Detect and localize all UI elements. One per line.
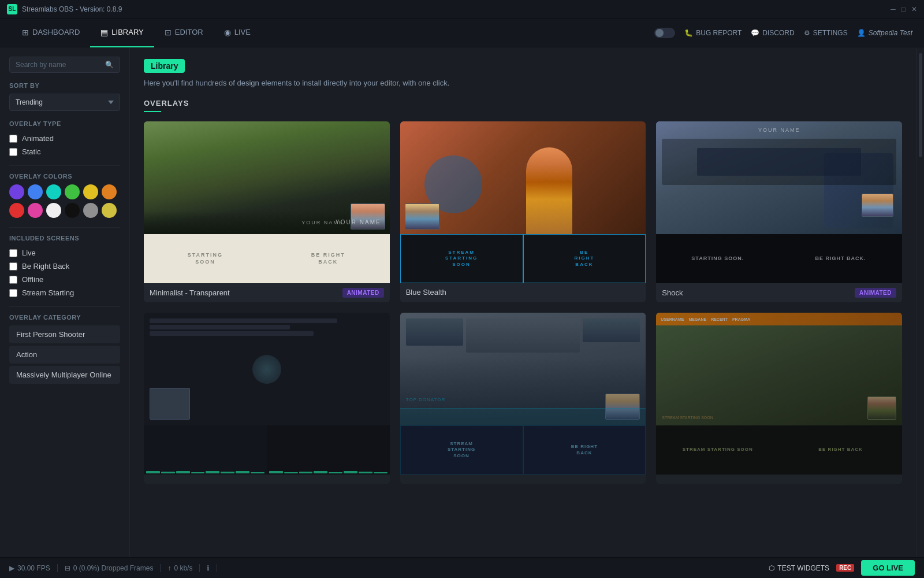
username-label: Softpedia Test (869, 29, 912, 37)
overlay-card-6[interactable]: USERNAME MEGANE RECENT PRAGMA STREAM STA… (656, 313, 902, 484)
minimal-ui (150, 318, 384, 338)
search-box[interactable]: 🔍 (9, 57, 120, 73)
card-bottom-ss-stealth: STREAMSTARTINGSOON (400, 234, 523, 283)
card-main-image-5: TOP DONATOR (400, 313, 646, 425)
webcam-6 (867, 397, 896, 420)
card-name-stealth: Blue Stealth (406, 288, 446, 297)
card-bottom-images-shock: STARTING SOON. BE RIGHT BACK. (656, 234, 902, 283)
stream-starting-checkbox[interactable] (9, 289, 17, 297)
overlay-type-static[interactable]: Static (9, 145, 120, 158)
color-swatch-red[interactable] (9, 203, 24, 218)
offline-label: Offline (22, 275, 43, 284)
category-action[interactable]: Action (9, 346, 120, 364)
animated-checkbox[interactable] (9, 135, 17, 143)
overlay-type-label: OVERLAY TYPE (9, 120, 120, 127)
screens-group: Live Be Right Back Offline Stream Starti… (9, 246, 120, 299)
user-menu[interactable]: 👤 Softpedia Test (857, 29, 912, 37)
overlay-card-shock[interactable]: YOUR NAME STARTING SOON. BE RIGHT BACK. (656, 121, 902, 302)
settings-button[interactable]: ⚙ SETTINGS (804, 29, 848, 37)
fps-indicator: ▶ 30.00 FPS (9, 564, 58, 572)
hud-bottom-5 (400, 408, 646, 425)
screen-be-right-back[interactable]: Be Right Back (9, 260, 120, 273)
theme-toggle[interactable] (654, 28, 675, 38)
main-content: 🔍 SORT BY Trending Newest Popular OVERLA… (0, 47, 924, 557)
dropped-frames-indicator: ⊟ 0 (0.0%) Dropped Frames (58, 564, 161, 572)
sort-select[interactable]: Trending Newest Popular (9, 94, 120, 111)
static-label: Static (22, 147, 41, 156)
live-checkbox[interactable] (9, 249, 17, 257)
page-title: Library (144, 59, 185, 73)
offline-checkbox[interactable] (9, 276, 17, 284)
card-name-minimalist: Minimalist - Transparent (150, 288, 230, 297)
scroll-track[interactable] (916, 47, 924, 557)
sort-by-label: SORT BY (9, 82, 120, 89)
overlay-card-5[interactable]: TOP DONATOR STREAMSTARTINGSOON BE RIGHTB… (400, 313, 646, 484)
close-button[interactable]: ✕ (911, 5, 917, 13)
animated-label: Animated (22, 134, 54, 143)
card-bottom-starting-soon: STARTINGSOON (144, 234, 267, 283)
category-mmo[interactable]: Massively Multiplayer Online (9, 366, 120, 384)
nav-item-library[interactable]: ▤ LIBRARY (90, 18, 154, 47)
color-swatch-white[interactable] (46, 203, 61, 218)
color-swatch-pink[interactable] (28, 203, 43, 218)
brb-checkbox[interactable] (9, 262, 17, 271)
color-swatch-purple[interactable] (9, 184, 24, 199)
color-swatch-gold[interactable] (102, 203, 117, 218)
color-swatch-orange[interactable] (102, 184, 117, 199)
card-main-image-4 (144, 313, 390, 425)
webcam-stealth (405, 203, 439, 229)
pubg-hud-text1: USERNAME (661, 317, 684, 321)
overlay-type-animated[interactable]: Animated (9, 132, 120, 145)
stream-starting-soon-text: STREAM STARTING SOON (662, 416, 713, 420)
card-bottom-brb-shock: BE RIGHT BACK. (779, 234, 902, 283)
nav-live-label: LIVE (234, 28, 251, 36)
pubg-hud-text2: MEGANE (688, 317, 706, 321)
category-fps[interactable]: First Person Shooter (9, 325, 120, 343)
go-live-button[interactable]: GO LIVE (861, 560, 915, 576)
screen-stream-starting[interactable]: Stream Starting (9, 286, 120, 299)
included-screens-label: INCLUDED SCREENS (9, 235, 120, 242)
card-main-image-shock: YOUR NAME (656, 121, 902, 234)
info-button[interactable]: ℹ (200, 564, 217, 572)
overlay-card-4[interactable] (144, 313, 390, 484)
nav-item-dashboard[interactable]: ⊞ DASHBOARD (12, 18, 90, 47)
search-input[interactable] (16, 61, 105, 69)
color-swatch-gray[interactable] (83, 203, 98, 218)
minimize-button[interactable]: ─ (891, 5, 896, 13)
color-swatch-black[interactable] (65, 203, 80, 218)
card-bottom-brb-5: BE RIGHTBACK (523, 425, 646, 475)
overlay-card-stealth[interactable]: TOP WRITER LATEST DONATOR RESULT SUBSCRI… (400, 121, 646, 302)
card-footer-minimalist: Minimalist - Transparent ANIMATED (144, 283, 390, 302)
overlay-card-minimalist[interactable]: TOP DONATOR LATEST DONOR FOLLOWERS YOUR … (144, 121, 390, 302)
color-grid (9, 184, 120, 218)
card-preview-stealth: TOP WRITER LATEST DONATOR RESULT SUBSCRI… (400, 121, 646, 283)
card-preview-4 (144, 313, 390, 475)
card-main-image-6: USERNAME MEGANE RECENT PRAGMA STREAM STA… (656, 313, 902, 425)
color-swatch-yellow[interactable] (83, 184, 98, 199)
screen-offline[interactable]: Offline (9, 273, 120, 286)
test-widgets-button[interactable]: ⬡ TEST WIDGETS (769, 564, 829, 572)
maximize-button[interactable]: □ (901, 5, 906, 13)
screen-live[interactable]: Live (9, 246, 120, 260)
scroll-thumb[interactable] (919, 53, 922, 157)
card-footer-stealth: Blue Stealth (400, 283, 646, 301)
card-bottom-brb-6: BE RIGHT BACK (779, 425, 902, 475)
bug-report-button[interactable]: 🐛 BUG REPORT (684, 29, 742, 37)
webcam-minimalist (351, 203, 385, 229)
gear-icon: ⚙ (804, 29, 810, 37)
bug-report-label: BUG REPORT (696, 29, 742, 37)
color-swatch-green[interactable] (65, 184, 80, 199)
nav-item-live[interactable]: ◉ LIVE (214, 18, 261, 47)
color-swatch-teal[interactable] (46, 184, 61, 199)
pubg-hud-text4: PRAGMA (732, 317, 750, 321)
nav-item-editor[interactable]: ⊡ EDITOR (154, 18, 214, 47)
nav-right: 🐛 BUG REPORT 💬 DISCORD ⚙ SETTINGS 👤 Soft… (654, 28, 912, 38)
rec-badge: REC (836, 564, 854, 572)
static-checkbox[interactable] (9, 148, 17, 156)
card-footer-4 (144, 475, 390, 484)
color-swatch-blue[interactable] (28, 184, 43, 199)
bug-icon: 🐛 (684, 29, 693, 37)
sidebar: 🔍 SORT BY Trending Newest Popular OVERLA… (0, 47, 130, 557)
discord-button[interactable]: 💬 DISCORD (751, 29, 794, 37)
window-controls: ─ □ ✕ (891, 5, 917, 13)
